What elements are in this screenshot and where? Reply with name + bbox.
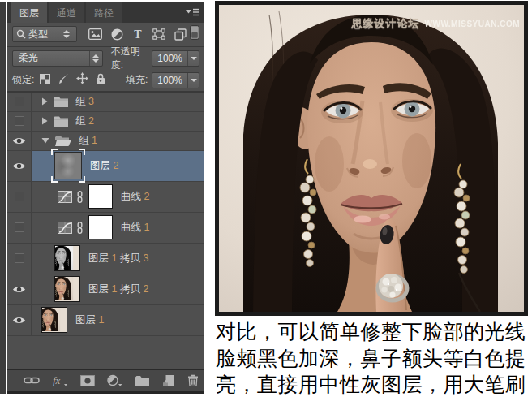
lock-all-button[interactable] xyxy=(96,73,105,88)
brush-icon xyxy=(58,73,69,84)
layer-row[interactable]: 曲线 2 xyxy=(7,182,204,213)
lock-position-button[interactable] xyxy=(76,72,88,88)
link-layers-button[interactable] xyxy=(24,376,40,385)
folder-icon xyxy=(53,115,69,127)
panel-menu-icon xyxy=(186,7,200,17)
dropdown-arrows-icon xyxy=(60,27,73,41)
layer-style-button[interactable]: fx xyxy=(52,374,68,386)
layer-thumbnail[interactable] xyxy=(54,245,80,271)
layer-thumbnail[interactable] xyxy=(41,307,67,333)
layer-mask-icon xyxy=(80,375,95,386)
tab-paths[interactable]: 路径 xyxy=(86,2,122,23)
visibility-empty-box xyxy=(15,116,24,126)
photo-image: 思缘设计论坛 WWW.MISSYUAN.COM xyxy=(215,1,528,316)
adjustment-icon xyxy=(107,374,122,386)
portrait-illustration xyxy=(219,5,524,312)
eye-icon xyxy=(12,136,26,145)
collapse-caret-icon[interactable] xyxy=(41,97,48,106)
watermark-url: WWW.MISSYUAN.COM xyxy=(425,19,520,28)
collapse-caret-icon[interactable] xyxy=(41,117,48,125)
eye-icon xyxy=(12,316,26,325)
layer-name: 曲线 2 xyxy=(121,190,149,204)
filter-adjustment-layers-button[interactable] xyxy=(111,28,123,41)
svg-text:T: T xyxy=(134,28,142,40)
lock-transparency-button[interactable] xyxy=(40,73,50,88)
visibility-toggle[interactable] xyxy=(7,244,32,274)
blend-row: 柔光 不透明度: 100% xyxy=(7,47,204,70)
tab-layers[interactable]: 图层 xyxy=(11,2,47,23)
delete-layer-button[interactable] xyxy=(187,374,199,386)
layer-name: 图层 1 xyxy=(75,313,104,327)
mask-link-icon[interactable] xyxy=(76,191,84,203)
opacity-field[interactable]: 100% xyxy=(152,50,200,67)
panel-menu-button[interactable] xyxy=(186,2,200,23)
panel-toolbar: fx xyxy=(7,369,204,391)
link-icon xyxy=(24,376,40,385)
blend-mode-select[interactable]: 柔光 xyxy=(12,50,103,67)
pixel-layer-icon xyxy=(88,28,102,40)
layer-row[interactable]: 组 3 xyxy=(7,93,204,112)
fill-field[interactable]: 100% xyxy=(152,72,200,88)
panel-bottom-edge xyxy=(7,391,204,394)
svg-text:fx: fx xyxy=(53,374,61,386)
opacity-value: 100% xyxy=(152,53,187,64)
filter-toggle-switch[interactable] xyxy=(190,25,200,43)
curves-adjustment-icon[interactable] xyxy=(58,222,72,234)
filter-shape-layers-button[interactable] xyxy=(152,28,165,40)
mask-link-icon[interactable] xyxy=(76,222,84,234)
layer-row[interactable]: 图层 1 拷贝 2 xyxy=(7,274,204,305)
add-mask-button[interactable] xyxy=(80,375,95,386)
visibility-toggle[interactable] xyxy=(7,182,32,212)
checkerboard-icon xyxy=(40,74,50,84)
mask-thumbnail[interactable] xyxy=(88,184,113,209)
filter-type-dropdown[interactable]: 类型 xyxy=(12,26,77,42)
layer-row[interactable]: 图层 1 xyxy=(7,305,204,336)
layer-row[interactable]: 图层 1 拷贝 3 xyxy=(7,244,204,274)
tab-channels[interactable]: 通道 xyxy=(49,2,84,23)
visibility-toggle[interactable] xyxy=(7,93,32,111)
visibility-empty-box xyxy=(15,253,24,263)
mask-thumbnail[interactable] xyxy=(88,215,113,239)
visibility-toggle[interactable] xyxy=(7,132,32,150)
layer-name: 图层 2 xyxy=(90,159,118,173)
layer-row[interactable]: 曲线 1 xyxy=(7,213,204,244)
filter-smart-objects-button[interactable] xyxy=(174,28,187,41)
new-group-button[interactable] xyxy=(135,375,150,386)
filter-pixel-layers-button[interactable] xyxy=(88,28,102,40)
blend-mode-value: 柔光 xyxy=(13,51,89,65)
layer-thumbnail[interactable] xyxy=(54,276,80,302)
fill-dropdown-arrow[interactable] xyxy=(187,73,199,88)
new-layer-button[interactable] xyxy=(162,374,175,386)
layer-row[interactable]: 组 2 xyxy=(7,112,204,132)
curves-adjustment-icon[interactable] xyxy=(58,191,72,203)
adjustment-layer-icon xyxy=(111,28,123,41)
visibility-toggle[interactable] xyxy=(7,274,32,304)
lock-pixels-button[interactable] xyxy=(58,73,69,88)
opacity-dropdown-arrow[interactable] xyxy=(187,51,199,66)
lock-label: 锁定: xyxy=(12,73,34,87)
filter-type-layers-button[interactable]: T xyxy=(132,28,144,40)
visibility-toggle[interactable] xyxy=(7,151,32,181)
visibility-toggle[interactable] xyxy=(7,213,32,243)
shape-layer-icon xyxy=(152,28,165,40)
visibility-toggle[interactable] xyxy=(7,112,32,131)
layers-panel: 图层 通道 路径 类型 xyxy=(7,2,204,394)
layer-row[interactable]: 组 1 xyxy=(7,132,204,151)
smart-object-icon xyxy=(174,28,187,41)
visibility-toggle[interactable] xyxy=(7,305,32,335)
layer-name: 图层 1 拷贝 2 xyxy=(88,283,148,296)
caption-text: 对比，可以简单修整下脸部的光线 脸颊黑色加深，鼻子额头等白色提 亮，直接用中性灰… xyxy=(216,318,532,397)
folder-icon xyxy=(53,96,69,108)
new-layer-icon xyxy=(162,374,175,386)
fill-value: 100% xyxy=(152,75,187,86)
caption-line-1: 对比，可以简单修整下脸部的光线 xyxy=(216,318,532,345)
expand-caret-icon[interactable] xyxy=(41,137,49,144)
lock-row: 锁定: xyxy=(7,70,204,93)
layer-thumbnail[interactable] xyxy=(54,152,82,179)
search-icon xyxy=(16,29,26,39)
adjustment-layer-button[interactable] xyxy=(107,374,122,386)
text-layer-icon: T xyxy=(132,28,144,40)
layer-name: 图层 1 拷贝 3 xyxy=(88,252,148,265)
layer-name: 曲线 1 xyxy=(121,221,149,235)
layer-row[interactable]: 图层 2 xyxy=(7,151,204,182)
